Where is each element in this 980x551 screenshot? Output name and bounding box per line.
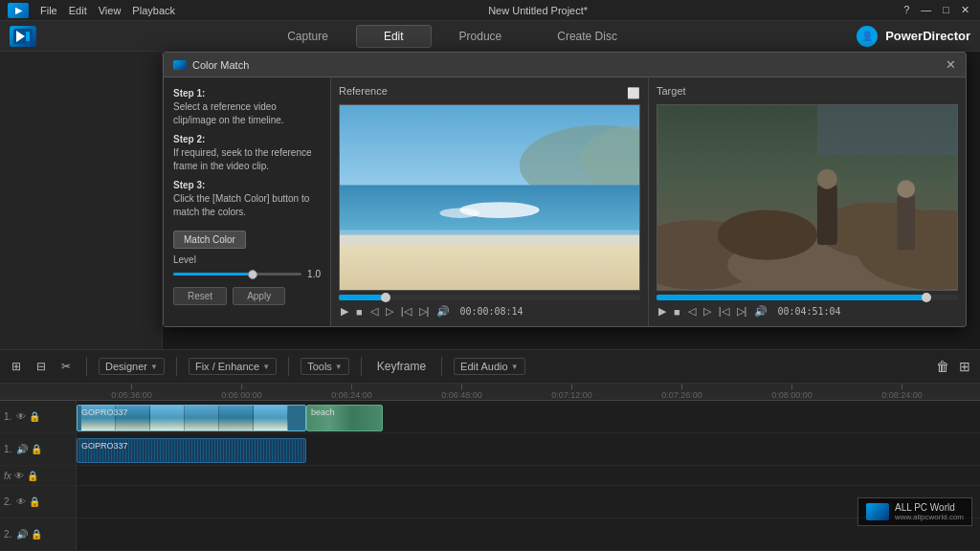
fix-enhance-arrow: ▼ (262, 363, 270, 371)
ref-next-frame[interactable]: ▷ (384, 304, 395, 319)
fx-lock[interactable]: 🔒 (27, 471, 38, 481)
reference-controls: ▶ ■ ◁ ▷ |◁ ▷| 🔊 00:00:08:14 (339, 304, 640, 319)
ruler-mark-2: 0:06:24:00 (297, 385, 407, 400)
timeline-tracks: 1. 👁 🔒 GOPRO337 (0, 401, 980, 551)
reference-expand-button[interactable]: ⬜ (627, 87, 640, 99)
track-1a-lock[interactable]: 🔒 (31, 444, 42, 454)
tgt-next-frame[interactable]: ▷ (702, 304, 713, 319)
dialog-overlay: Color Match ✕ Step 1: Select a reference… (0, 52, 980, 349)
user-avatar[interactable]: 👤 (857, 26, 878, 47)
apply-button[interactable]: Apply (233, 287, 285, 305)
track-1-lock[interactable]: 🔒 (29, 411, 40, 422)
track-2-lock[interactable]: 🔒 (29, 496, 40, 507)
ruler-mark-6: 0:08:00:00 (737, 385, 847, 400)
tgt-volume[interactable]: 🔊 (752, 304, 769, 319)
edit-audio-arrow: ▼ (511, 363, 519, 371)
reference-scrubber[interactable] (339, 295, 640, 300)
track-1a-content[interactable]: GOPRO337 (77, 433, 980, 465)
tab-capture[interactable]: Capture (259, 25, 356, 48)
toolbar-divider-2 (176, 357, 177, 376)
target-panel: Target (649, 77, 966, 326)
snap-button[interactable]: ⊞ (8, 358, 25, 375)
track-2a-mute[interactable]: 🔊 (16, 529, 28, 540)
settings-button[interactable]: ⊞ (957, 357, 972, 376)
ruler-mark-4: 0:07:12:00 (517, 385, 627, 400)
audio-clip-gopro337[interactable]: GOPRO337 (77, 438, 306, 463)
video-clip-beach[interactable]: beach (306, 405, 383, 431)
toolbar-right: 🗑 ⊞ (934, 357, 972, 376)
window-controls: ? — □ ✕ (901, 4, 972, 16)
action-buttons: Reset Apply (173, 287, 321, 305)
dialog-title: Color Match (192, 59, 946, 71)
split-button[interactable]: ⊟ (33, 358, 50, 375)
match-color-button[interactable]: Match Color (173, 231, 246, 249)
toolbar-divider-1 (86, 357, 87, 376)
tgt-next-clip[interactable]: ▷| (735, 304, 749, 319)
menu-playback[interactable]: Playback (132, 5, 175, 16)
cut-button[interactable]: ✂ (57, 358, 75, 375)
reference-image (340, 105, 639, 290)
ref-next-clip[interactable]: ▷| (417, 304, 432, 319)
svg-rect-23 (817, 105, 957, 155)
fx-visibility[interactable]: 👁 (14, 471, 24, 481)
dialog-close-button[interactable]: ✕ (946, 57, 956, 72)
ref-play-button[interactable]: ▶ (339, 304, 350, 319)
track-1-num: 1. (4, 411, 11, 422)
track-2a-num: 2. (4, 529, 11, 540)
ref-volume[interactable]: 🔊 (434, 304, 452, 319)
gopro337-label: GOPRO337 (81, 408, 128, 417)
level-label: Level (173, 254, 321, 265)
watermark: ALL PC World www.allpcworld.com (858, 497, 972, 526)
level-slider[interactable] (173, 273, 301, 276)
tgt-play-button[interactable]: ▶ (657, 304, 668, 319)
close-btn[interactable]: ✕ (958, 4, 972, 16)
reference-frame (339, 104, 640, 291)
menu-view[interactable]: View (99, 5, 122, 16)
target-frame (657, 104, 958, 291)
track-2a-content[interactable] (77, 518, 980, 550)
ref-prev-frame[interactable]: ◁ (368, 304, 380, 319)
video-track-2: 2. 👁 🔒 (0, 486, 980, 518)
delete-button[interactable]: 🗑 (934, 357, 951, 376)
track-2a-lock[interactable]: 🔒 (31, 529, 42, 540)
minimize-btn[interactable]: — (918, 4, 934, 16)
ref-prev-clip[interactable]: |◁ (399, 304, 413, 319)
watermark-text-block: ALL PC World www.allpcworld.com (895, 502, 964, 521)
tools-dropdown[interactable]: Tools ▼ (301, 358, 349, 375)
dialog-icon (173, 60, 187, 70)
maximize-btn[interactable]: □ (940, 4, 952, 16)
track-1a-mute[interactable]: 🔊 (16, 444, 28, 454)
nav-tabs: Capture Edit Produce Create Disc (48, 25, 857, 48)
reference-panel: Reference ⬜ (331, 77, 649, 326)
designer-dropdown[interactable]: Designer ▼ (99, 358, 165, 375)
help-btn[interactable]: ? (901, 4, 912, 16)
menu-file[interactable]: File (40, 5, 57, 16)
tgt-prev-frame[interactable]: ◁ (686, 304, 698, 319)
toolbar-divider-5 (441, 357, 442, 376)
reset-button[interactable]: Reset (173, 287, 227, 305)
track-1-visibility[interactable]: 👁 (16, 411, 26, 422)
track-2-content[interactable] (77, 486, 980, 518)
tab-produce[interactable]: Produce (432, 25, 530, 48)
track-1-content[interactable]: GOPRO337 beach (77, 401, 980, 432)
target-scrubber[interactable] (657, 295, 958, 300)
ruler-mark-7: 0:08:24:00 (847, 385, 957, 400)
tab-edit[interactable]: Edit (356, 25, 432, 48)
level-value: 1.0 (307, 269, 321, 279)
target-label: Target (657, 85, 686, 97)
fix-enhance-dropdown[interactable]: Fix / Enhance ▼ (189, 358, 277, 375)
ref-stop-button[interactable]: ■ (354, 305, 365, 319)
toolbar: ⊞ ⊟ ✂ Designer ▼ Fix / Enhance ▼ Tools ▼… (0, 349, 980, 384)
ruler-mark-5: 0:07:26:00 (627, 385, 737, 400)
edit-audio-dropdown[interactable]: Edit Audio ▼ (454, 358, 524, 375)
tgt-stop-button[interactable]: ■ (672, 305, 682, 319)
audio-track-2: 2. 🔊 🔒 (0, 518, 980, 551)
track-2-visibility[interactable]: 👁 (16, 496, 26, 507)
fx-track: fx 👁 🔒 (0, 466, 980, 486)
tgt-prev-clip[interactable]: |◁ (717, 304, 731, 319)
keyframe-button[interactable]: Keyframe (373, 358, 430, 375)
video-clip-gopro337[interactable]: GOPRO337 (77, 405, 306, 431)
menu-edit[interactable]: Edit (69, 5, 87, 16)
svg-rect-17 (817, 185, 837, 245)
tab-create-disc[interactable]: Create Disc (529, 25, 645, 48)
